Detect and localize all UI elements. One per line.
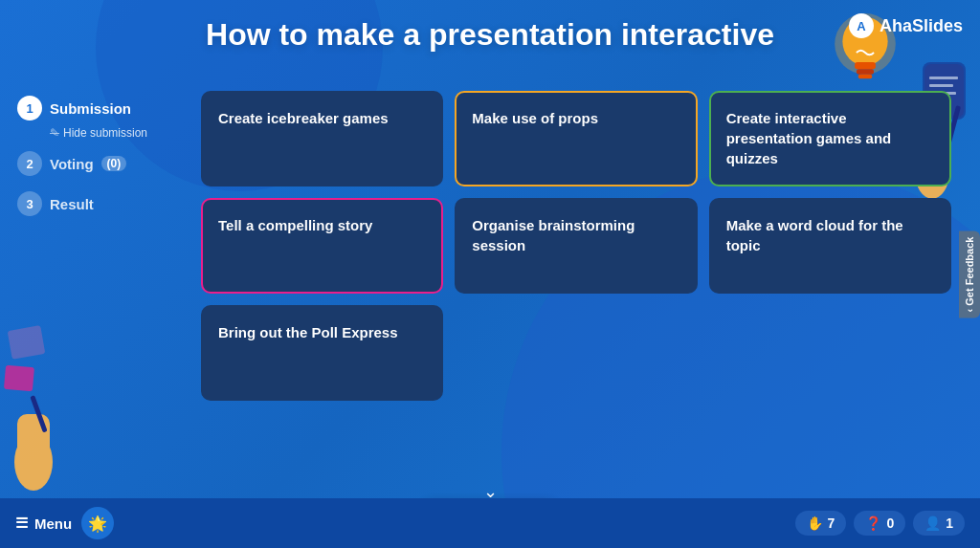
card-brainstorm[interactable]: Organise brainstorming session xyxy=(455,198,697,294)
voting-badge: (0) xyxy=(101,156,127,171)
sidebar-item-result[interactable]: 3 Result xyxy=(17,191,189,216)
sidebar-item-voting[interactable]: 2 Voting (0) xyxy=(17,151,189,176)
question-stat: ❓ 0 xyxy=(854,511,905,536)
sidebar-label-submission: Submission xyxy=(50,100,131,117)
logo-icon: A xyxy=(849,13,874,38)
card-wordcloud[interactable]: Make a word cloud for the topic xyxy=(709,198,951,294)
bottom-bar: ☰ Menu 🌟 ✋ 7 ❓ 0 👤 1 xyxy=(0,498,980,548)
card-icebreaker[interactable]: Create icebreaker games xyxy=(201,91,443,186)
user-icon: 👤 xyxy=(924,515,941,531)
step-circle-3: 3 xyxy=(17,191,42,216)
confetti-button[interactable]: 🌟 xyxy=(81,507,114,539)
menu-button[interactable]: ☰ Menu xyxy=(15,515,72,532)
bottom-right: ✋ 7 ❓ 0 👤 1 xyxy=(795,511,965,536)
svg-rect-0 xyxy=(8,325,46,360)
sidebar-label-voting: Voting xyxy=(50,156,94,172)
page-title: How to make a presentation interactive xyxy=(206,17,774,53)
svg-rect-1 xyxy=(4,365,34,392)
sidebar: 1 Submission ✎ Hide submission 2 Voting … xyxy=(17,96,189,231)
svg-rect-8 xyxy=(857,69,874,74)
main-content: Create icebreaker games Make use of prop… xyxy=(201,91,951,481)
sidebar-item-submission[interactable]: 1 Submission xyxy=(17,96,189,121)
bottom-left: ☰ Menu 🌟 xyxy=(15,507,114,539)
user-stat: 👤 1 xyxy=(913,511,965,536)
card-poll-express[interactable]: Bring out the Poll Express xyxy=(201,305,443,401)
step-circle-1: 1 xyxy=(17,96,42,121)
deco-left xyxy=(0,318,86,491)
svg-rect-7 xyxy=(855,62,876,69)
feedback-tab-wrapper: ‹ Get Feedback xyxy=(959,230,980,318)
hide-submission-link[interactable]: ✎ Hide submission xyxy=(50,126,189,140)
star-icon: 🌟 xyxy=(88,515,107,533)
logo-text: AhaSlides xyxy=(880,16,963,36)
svg-rect-14 xyxy=(929,84,953,87)
cards-row-2: Tell a compelling story Organise brainst… xyxy=(201,198,951,294)
svg-rect-9 xyxy=(858,75,873,79)
cards-row-3: Bring out the Poll Express xyxy=(201,305,951,401)
logo: A AhaSlides xyxy=(849,13,963,38)
svg-rect-13 xyxy=(929,77,958,79)
hamburger-icon: ☰ xyxy=(15,515,28,532)
raise-hand-stat: ✋ 7 xyxy=(795,511,847,536)
feedback-tab[interactable]: ‹ Get Feedback xyxy=(959,230,980,318)
step-circle-2: 2 xyxy=(17,151,42,176)
cards-row-1: Create icebreaker games Make use of prop… xyxy=(201,91,951,186)
card-story[interactable]: Tell a compelling story xyxy=(201,198,443,294)
card-props[interactable]: Make use of props xyxy=(455,91,697,186)
sidebar-label-result: Result xyxy=(50,196,94,212)
raise-hand-icon: ✋ xyxy=(807,515,823,531)
question-icon: ❓ xyxy=(865,515,881,531)
card-interactive[interactable]: Create interactive presentation games an… xyxy=(709,91,951,186)
